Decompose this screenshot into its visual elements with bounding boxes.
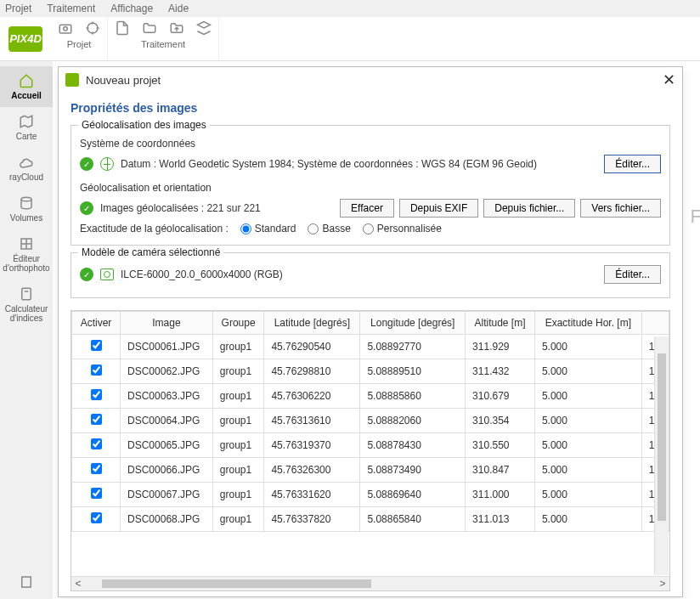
home-icon <box>18 73 35 88</box>
dialog-new-project: Nouveau projet ✕ Propriétés des images G… <box>58 66 683 597</box>
from-exif-button[interactable]: Depuis EXIF <box>399 199 478 218</box>
accuracy-personnalisee[interactable]: Personnalisée <box>363 223 442 235</box>
image-table-wrap: Activer Image Groupe Latitude [degrés] L… <box>71 310 670 591</box>
svg-rect-15 <box>22 577 31 587</box>
cell-enable[interactable] <box>72 359 121 384</box>
sidebar-label: rayCloud <box>9 172 43 182</box>
svg-marker-8 <box>20 116 32 127</box>
cell-enable[interactable] <box>72 335 121 359</box>
cell-lat: 45.76319370 <box>264 433 360 458</box>
col-groupe[interactable]: Groupe <box>212 312 264 335</box>
col-tail[interactable] <box>641 312 669 335</box>
cell-enable[interactable] <box>72 384 121 409</box>
sidebar-item-bottom[interactable] <box>0 568 53 599</box>
scroll-thumb[interactable] <box>658 353 666 521</box>
cell-lat: 45.76298810 <box>264 359 360 384</box>
target-icon[interactable] <box>85 20 100 36</box>
layers-icon[interactable] <box>196 20 212 36</box>
table-row[interactable]: DSC00065.JPGgroup145.763193705.088784303… <box>72 433 669 458</box>
svg-marker-7 <box>198 22 211 29</box>
sidebar-item-accueil[interactable]: Accueil <box>0 66 53 107</box>
app-logo: PIX4D <box>0 17 51 60</box>
logo-icon: PIX4D <box>8 26 42 52</box>
cell-enable[interactable] <box>72 507 121 532</box>
camera-text: ILCE-6000_20.0_6000x4000 (RGB) <box>121 268 597 280</box>
cell-lat: 45.76331620 <box>264 483 360 507</box>
dialog-title: Nouveau projet <box>86 74 161 87</box>
cell-acc: 5.000 <box>534 483 641 507</box>
col-longitude[interactable]: Longitude [degrés] <box>360 312 466 335</box>
table-row[interactable]: DSC00064.JPGgroup145.763136105.088820603… <box>72 409 669 433</box>
svg-point-2 <box>88 23 98 33</box>
accuracy-standard[interactable]: Standard <box>240 223 296 235</box>
to-file-button[interactable]: Vers fichier... <box>580 199 661 218</box>
log-icon <box>18 574 35 590</box>
cell-enable[interactable] <box>72 433 121 458</box>
sidebar-label: Carte <box>16 132 37 141</box>
table-row[interactable]: DSC00066.JPGgroup145.763263005.088734903… <box>72 458 669 483</box>
cell-enable[interactable] <box>72 409 121 433</box>
sidebar-item-carte[interactable]: Carte <box>0 107 53 148</box>
export-icon[interactable] <box>169 20 184 36</box>
scroll-thumb[interactable] <box>102 579 371 588</box>
sidebar-item-indices[interactable]: Calculateur d'indices <box>0 280 53 330</box>
table-row[interactable]: DSC00061.JPGgroup145.762905405.088927703… <box>72 335 669 359</box>
clear-button[interactable]: Effacer <box>340 199 394 218</box>
cell-enable[interactable] <box>72 458 121 483</box>
camera-box: Modèle de caméra sélectionné ✓ ILCE-6000… <box>71 252 670 298</box>
menu-item-affichage[interactable]: Affichage <box>110 3 153 14</box>
section-title: Propriétés des images <box>71 101 670 115</box>
col-altitude[interactable]: Altitude [m] <box>466 312 535 335</box>
cell-alt: 311.000 <box>466 483 535 507</box>
check-icon: ✓ <box>80 201 93 215</box>
cell-enable[interactable] <box>72 483 121 507</box>
cell-acc: 5.000 <box>534 409 641 433</box>
cell-image: DSC00066.JPG <box>121 458 213 483</box>
col-exactitude[interactable]: Exactitude Hor. [m] <box>534 312 641 335</box>
sidebar-item-raycloud[interactable]: rayCloud <box>0 148 53 189</box>
accuracy-basse[interactable]: Basse <box>308 223 350 235</box>
sidebar-item-orthophoto[interactable]: Éditeur d'orthophoto <box>0 229 53 280</box>
from-file-button[interactable]: Depuis fichier... <box>483 199 575 218</box>
svg-point-1 <box>64 27 68 31</box>
accuracy-row: Exactitude de la géolocalisation : Stand… <box>80 223 661 235</box>
table-row[interactable]: DSC00068.JPGgroup145.763378205.088658403… <box>72 507 669 532</box>
cell-image: DSC00064.JPG <box>121 409 213 433</box>
cell-lon: 5.08882060 <box>360 409 466 433</box>
vertical-scrollbar[interactable] <box>654 336 669 575</box>
close-icon[interactable]: ✕ <box>663 71 675 89</box>
cell-group: group1 <box>212 335 264 359</box>
table-row[interactable]: DSC00063.JPGgroup145.763062205.088858603… <box>72 384 669 409</box>
cell-group: group1 <box>212 359 264 384</box>
col-image[interactable]: Image <box>121 312 213 335</box>
sidebar-label: Calculateur d'indices <box>5 304 48 323</box>
scroll-right-icon[interactable]: > <box>656 578 669 590</box>
dialog-titlebar: Nouveau projet ✕ <box>59 67 682 93</box>
edit-coord-button[interactable]: Éditer... <box>604 155 661 173</box>
cell-image: DSC00063.JPG <box>121 384 213 409</box>
menu-item-aide[interactable]: Aide <box>168 3 189 14</box>
dialog-body: Propriétés des images Géolocalisation de… <box>59 93 682 596</box>
folder-icon[interactable] <box>142 20 157 36</box>
menu-item-traitement[interactable]: Traitement <box>47 3 95 14</box>
toolgroup-projet-label: Projet <box>67 39 92 49</box>
image-table-scroll[interactable]: Activer Image Groupe Latitude [degrés] L… <box>71 311 669 576</box>
cell-alt: 310.550 <box>466 433 535 458</box>
cell-lon: 5.08885860 <box>360 384 466 409</box>
camera-icon[interactable] <box>58 20 73 36</box>
sidebar-item-volumes[interactable]: Volumes <box>0 189 53 229</box>
edit-camera-button[interactable]: Éditer... <box>604 265 661 284</box>
file-icon[interactable] <box>115 20 130 36</box>
cell-acc: 5.000 <box>534 507 641 532</box>
geo-orient-label: Géolocalisation et orientation <box>80 182 661 194</box>
col-activer[interactable]: Activer <box>72 312 121 335</box>
cell-image: DSC00061.JPG <box>121 335 213 359</box>
col-latitude[interactable]: Latitude [degrés] <box>264 312 360 335</box>
horizontal-scrollbar[interactable]: < > <box>71 576 669 591</box>
scroll-left-icon[interactable]: < <box>71 578 85 590</box>
cell-acc: 5.000 <box>534 433 641 458</box>
table-row[interactable]: DSC00062.JPGgroup145.762988105.088895103… <box>72 359 669 384</box>
toolgroup-traitement: Traitement <box>108 17 219 60</box>
menu-item-projet[interactable]: Projet <box>5 3 31 14</box>
table-row[interactable]: DSC00067.JPGgroup145.763316205.088696403… <box>72 483 669 507</box>
